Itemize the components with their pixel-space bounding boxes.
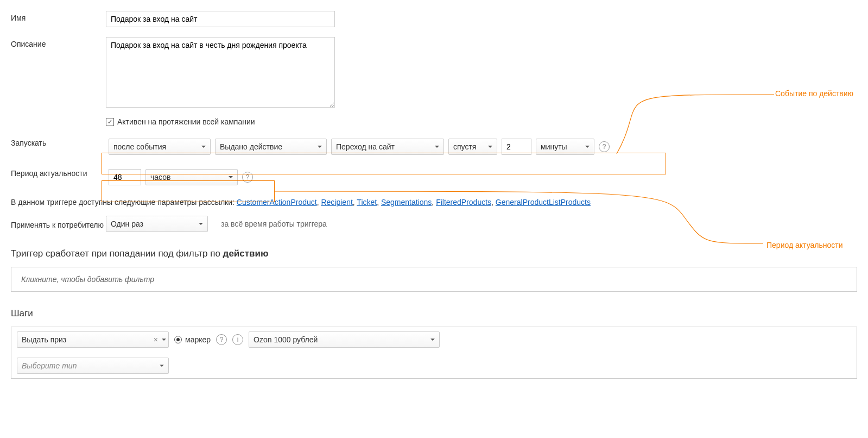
actuality-unit-value: часов bbox=[150, 173, 170, 182]
apply-to-value: Один раз bbox=[111, 220, 143, 228]
marker-radio[interactable] bbox=[174, 336, 182, 343]
description-textarea[interactable]: Подарок за вход на сайт в честь дня рожд… bbox=[106, 37, 335, 108]
actuality-value-input[interactable] bbox=[109, 169, 141, 185]
label-run: Запускать bbox=[11, 136, 106, 147]
type-select[interactable]: Выберите тип bbox=[17, 358, 169, 374]
chevron-down-icon bbox=[585, 146, 590, 148]
action-value: Переход на сайт bbox=[336, 142, 395, 151]
chevron-down-icon bbox=[201, 146, 206, 148]
params-line: В данном триггере доступны следующие пар… bbox=[11, 197, 857, 208]
active-checkbox[interactable]: ✓ bbox=[106, 118, 114, 126]
apply-to-suffix: за всё время работы триггера bbox=[221, 220, 327, 228]
chevron-down-icon bbox=[160, 365, 164, 367]
help-icon[interactable]: ? bbox=[216, 334, 227, 345]
marker-radio-label: маркер bbox=[185, 335, 211, 344]
param-link-segmentations[interactable]: Segmentations bbox=[381, 198, 432, 207]
steps-row: Выдать приз × маркер ? i Ozon 1000 рубле… bbox=[11, 327, 857, 379]
action-select[interactable]: Переход на сайт bbox=[331, 139, 444, 155]
param-link-customeractionproduct[interactable]: CustomerActionProduct bbox=[237, 198, 317, 207]
chevron-down-icon bbox=[488, 146, 492, 148]
chevron-down-icon bbox=[318, 146, 322, 148]
active-checkbox-label: Активен на протяжении всей кампании bbox=[117, 117, 255, 126]
params-prefix: В данном триггере доступны следующие пар… bbox=[11, 198, 237, 207]
label-description: Описание bbox=[11, 37, 106, 48]
trigger-type-value: после события bbox=[113, 142, 166, 151]
chevron-down-icon bbox=[229, 176, 233, 178]
apply-to-select[interactable]: Один раз bbox=[106, 216, 208, 232]
help-icon[interactable]: ? bbox=[599, 141, 610, 152]
steps-heading: Шаги bbox=[11, 308, 857, 319]
filter-heading: Триггер сработает при попадании под филь… bbox=[11, 248, 857, 259]
delay-relation-value: спустя bbox=[453, 142, 476, 151]
delay-relation-select[interactable]: спустя bbox=[448, 139, 497, 155]
type-placeholder: Выберите тип bbox=[22, 361, 77, 370]
delay-unit-value: минуты bbox=[541, 142, 567, 151]
chevron-down-icon bbox=[199, 223, 203, 225]
param-link-recipient[interactable]: Recipient bbox=[321, 198, 352, 207]
prize-value: Ozon 1000 рублей bbox=[254, 335, 318, 344]
step-action-value: Выдать приз bbox=[22, 335, 66, 344]
event-type-select[interactable]: Выдано действие bbox=[215, 139, 327, 155]
trigger-type-select[interactable]: после события bbox=[109, 139, 211, 155]
filter-add-box[interactable]: Кликните, чтобы добавить фильтр bbox=[11, 267, 857, 292]
delay-value-input[interactable] bbox=[502, 139, 531, 155]
clear-icon[interactable]: × bbox=[154, 335, 158, 344]
chevron-down-icon bbox=[430, 339, 435, 341]
prize-select[interactable]: Ozon 1000 рублей bbox=[249, 331, 440, 348]
event-type-value: Выдано действие bbox=[220, 142, 282, 151]
step-action-select[interactable]: Выдать приз × bbox=[17, 331, 169, 348]
info-icon[interactable]: i bbox=[232, 334, 243, 345]
name-input[interactable] bbox=[106, 11, 335, 27]
label-actuality: Период актуальности bbox=[11, 166, 106, 178]
actuality-unit-select[interactable]: часов bbox=[145, 169, 238, 185]
delay-unit-select[interactable]: минуты bbox=[536, 139, 594, 155]
param-link-filteredproducts[interactable]: FilteredProducts bbox=[436, 198, 491, 207]
label-name: Имя bbox=[11, 11, 106, 22]
label-apply-to: Применять к потребителю bbox=[11, 217, 106, 230]
param-link-generalproductlistproducts[interactable]: GeneralProductListProducts bbox=[496, 198, 591, 207]
chevron-down-icon bbox=[162, 339, 166, 341]
param-link-ticket[interactable]: Ticket bbox=[357, 198, 377, 207]
help-icon[interactable]: ? bbox=[242, 172, 253, 183]
chevron-down-icon bbox=[435, 146, 439, 148]
